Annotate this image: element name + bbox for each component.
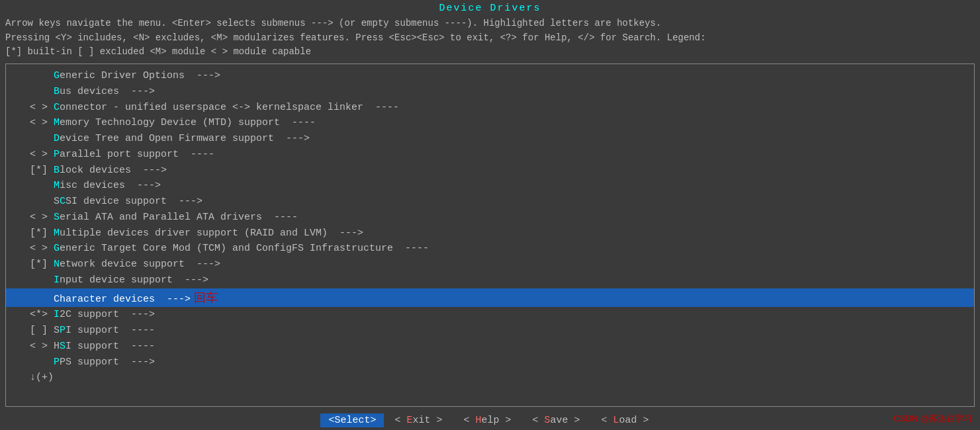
menu-item-network[interactable]: [*] Network device support ---> — [6, 257, 974, 273]
menu-item-prefix — [6, 133, 54, 144]
menu-item-connector[interactable]: < > Connector - unified userspace <-> ke… — [6, 100, 974, 116]
menu-item-hotkey: N — [54, 259, 60, 270]
menu-item-prefix: [ ] S — [6, 325, 60, 336]
menu-item-rest: arallel port support ---- — [60, 149, 214, 160]
help-line-2: Pressing <Y> includes, <N> excludes, <M>… — [5, 31, 975, 46]
menu-item-rest: eneric Target Core Mod (TCM) and ConfigF… — [60, 243, 429, 254]
menu-item-md[interactable]: [*] Multiple devices driver support (RAI… — [6, 226, 974, 241]
bottom-bar: <Select> < Exit > < Help > < Save > < Lo… — [0, 409, 980, 430]
menu-item-hotkey: I — [54, 275, 60, 286]
screen: Device Drivers Arrow keys navigate the m… — [0, 0, 980, 430]
menu-item-prefix: [*] — [6, 228, 54, 239]
menu-item-pps[interactable]: PPS support ---> — [6, 355, 974, 370]
load-button[interactable]: < Load > — [591, 413, 660, 427]
menu-item-hotkey: G — [54, 243, 60, 254]
menu-item-rest: lock devices ---> — [60, 165, 167, 176]
menu-item-arrow[interactable]: ↓(+) — [6, 370, 974, 386]
menu-item-character[interactable]: Character devices ---> 回车 — [6, 288, 974, 308]
select-button[interactable]: <Select> — [320, 413, 384, 427]
menu-item-prefix: <*> — [6, 309, 54, 320]
help-text: Arrow keys navigate the menu. <Enter> se… — [0, 15, 980, 61]
bottom-buttons: <Select> < Exit > < Help > < Save > < Lo… — [0, 413, 980, 427]
menu-item-hotkey: P — [54, 149, 60, 160]
menu-item-block[interactable]: [*] Block devices ---> — [6, 163, 974, 179]
menu-item-rest: 2C support ---> — [60, 309, 155, 320]
menu-item-hotkey: B — [54, 86, 60, 97]
menu-item-rest: haracter devices ---> — [60, 294, 191, 305]
menu-item-hotkey: M — [54, 180, 60, 191]
watermark: CSDN @苏达在学习 — [893, 413, 972, 425]
menu-item-prefix: < > — [6, 149, 54, 160]
menu-item-rest: evice Tree and Open Firmware support ---… — [60, 133, 310, 144]
title: Device Drivers — [439, 3, 541, 14]
menu-item-hotkey: M — [54, 117, 60, 128]
menu-item-hotkey: B — [54, 165, 60, 176]
menu-item-scsi[interactable]: SCSI device support ---> — [6, 194, 974, 210]
menu-item-rest: erial ATA and Parallel ATA drivers ---- — [60, 212, 298, 223]
menu-item-rest: nput device support ---> — [60, 275, 208, 286]
menu-item-i2c[interactable]: <*> I2C support ---> — [6, 307, 974, 323]
menu-item-rest: etwork device support ---> — [60, 259, 220, 270]
menu-item-serial-ata[interactable]: < > Serial ATA and Parallel ATA drivers … — [6, 210, 974, 226]
menu-item-prefix: S — [6, 196, 60, 207]
main-area: Generic Driver Options ---> Bus devices … — [0, 61, 980, 409]
menu-item-prefix: < > — [6, 212, 54, 223]
menu-item-rest: ultiple devices driver support (RAID and… — [60, 228, 363, 239]
menu-item-hotkey: M — [54, 228, 60, 239]
menu-item-hotkey: G — [54, 70, 60, 81]
help-button[interactable]: < Help > — [453, 413, 521, 427]
menu-item-device-tree[interactable]: Device Tree and Open Firmware support --… — [6, 131, 974, 147]
menu-item-rest: PS support ---> — [60, 357, 155, 368]
menu-item-prefix: < > — [6, 102, 54, 113]
help-line-3: [*] built-in [ ] excluded <M> module < >… — [5, 45, 975, 60]
menu-item-generic-driver[interactable]: Generic Driver Options ---> — [6, 68, 974, 84]
menu-item-rest: I support ---- — [66, 325, 155, 336]
menu-item-rest: SI device support ---> — [66, 196, 202, 207]
menu-item-rest: eneric Driver Options ---> — [60, 70, 220, 81]
menu-item-hotkey: S — [60, 341, 66, 352]
menu-item-tcm[interactable]: < > Generic Target Core Mod (TCM) and Co… — [6, 241, 974, 257]
menu-item-prefix — [6, 180, 54, 191]
menu-item-misc[interactable]: Misc devices ---> — [6, 178, 974, 194]
menu-item-prefix: < > — [6, 243, 54, 254]
menu-item-hsi[interactable]: < > HSI support ---- — [6, 339, 974, 355]
menu-item-hotkey: C — [54, 294, 60, 305]
menu-item-spi[interactable]: [ ] SPI support ---- — [6, 323, 974, 339]
help-line-1: Arrow keys navigate the menu. <Enter> se… — [5, 17, 975, 31]
menu-item-prefix — [6, 86, 54, 97]
btn-rest: xit > — [412, 415, 442, 426]
menu-item-parallel[interactable]: < > Parallel port support ---- — [6, 147, 974, 163]
exit-button[interactable]: < Exit > — [384, 413, 453, 427]
menu-item-hotkey: C — [54, 102, 60, 113]
menu-item-prefix — [6, 275, 54, 286]
btn-bracket-left: < — [463, 415, 475, 426]
menu-item-prefix: < > — [6, 117, 54, 128]
menu-item-prefix — [6, 294, 54, 305]
btn-bracket-left: < — [533, 415, 545, 426]
menu-item-hotkey: C — [60, 196, 66, 207]
menu-item-bus-devices[interactable]: Bus devices ---> — [6, 84, 974, 100]
character-annotation: 回车 — [191, 291, 218, 304]
btn-rest: elp > — [481, 415, 511, 426]
menu-item-hotkey: S — [54, 212, 60, 223]
menu-item-rest: isc devices ---> — [60, 180, 161, 191]
menu-item-rest: onnector - unified userspace <-> kernels… — [60, 102, 399, 113]
menu-item-hotkey: I — [54, 309, 60, 320]
menu-item-prefix: [*] — [6, 165, 54, 176]
btn-hotkey: L — [613, 415, 619, 426]
menu-item-hotkey: D — [54, 133, 60, 144]
btn-rest: ave > — [551, 415, 580, 426]
menu-item-rest: us devices ---> — [60, 86, 155, 97]
menu-item-mtd[interactable]: < > Memory Technology Device (MTD) suppo… — [6, 115, 974, 131]
btn-bracket-left: < — [601, 415, 613, 426]
menu-item-input[interactable]: Input device support ---> — [6, 273, 974, 288]
menu-item-rest: emory Technology Device (MTD) support --… — [60, 117, 316, 128]
btn-rest: oad > — [619, 415, 649, 426]
menu-item-prefix — [6, 357, 54, 368]
btn-hotkey: S — [545, 415, 551, 426]
save-button[interactable]: < Save > — [522, 413, 591, 427]
menu-item-prefix: [*] — [6, 259, 54, 270]
btn-bracket-left: < — [394, 415, 406, 426]
title-bar: Device Drivers — [0, 0, 980, 15]
menu-item-hotkey: P — [54, 357, 60, 368]
